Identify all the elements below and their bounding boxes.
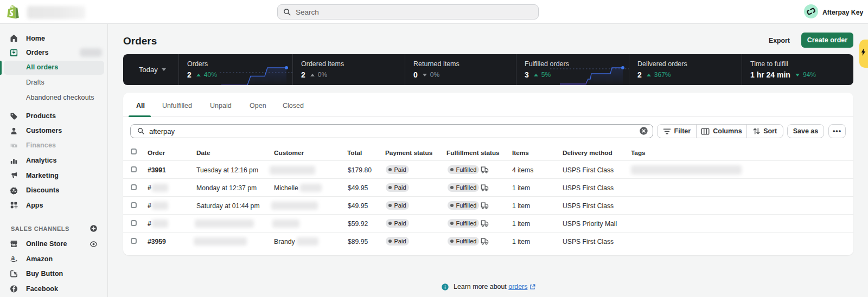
svg-text:a: a xyxy=(11,254,15,262)
